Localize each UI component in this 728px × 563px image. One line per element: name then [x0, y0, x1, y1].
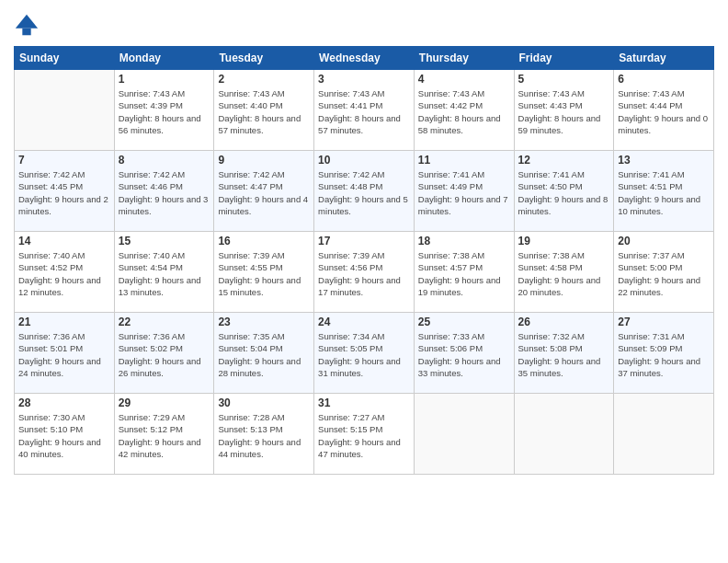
day-cell: 23Sunrise: 7:35 AMSunset: 5:04 PMDayligh…	[214, 313, 314, 394]
day-cell: 27Sunrise: 7:31 AMSunset: 5:09 PMDayligh…	[614, 313, 714, 394]
day-info: Sunrise: 7:43 AMSunset: 4:39 PMDaylight:…	[119, 87, 210, 136]
weekday-header-monday: Monday	[114, 47, 214, 70]
day-number: 25	[418, 316, 510, 328]
week-row-2: 7Sunrise: 7:42 AMSunset: 4:45 PMDaylight…	[15, 151, 714, 232]
day-info: Sunrise: 7:41 AMSunset: 4:51 PMDaylight:…	[618, 168, 710, 217]
day-number: 12	[518, 154, 610, 167]
day-number: 9	[218, 154, 310, 167]
day-cell: 4Sunrise: 7:43 AMSunset: 4:42 PMDaylight…	[414, 70, 514, 151]
day-info: Sunrise: 7:36 AMSunset: 5:01 PMDaylight:…	[18, 330, 110, 379]
day-cell: 26Sunrise: 7:32 AMSunset: 5:08 PMDayligh…	[514, 313, 614, 394]
logo	[14, 13, 43, 39]
day-number: 27	[618, 316, 710, 328]
day-number: 31	[318, 396, 410, 409]
calendar-container: SundayMondayTuesdayWednesdayThursdayFrid…	[0, 0, 728, 563]
calendar-table: SundayMondayTuesdayWednesdayThursdayFrid…	[14, 46, 714, 475]
day-number: 11	[418, 154, 510, 167]
day-number: 29	[119, 396, 210, 409]
weekday-header-friday: Friday	[514, 47, 614, 70]
day-info: Sunrise: 7:43 AMSunset: 4:44 PMDaylight:…	[618, 87, 710, 136]
day-number: 14	[18, 235, 110, 247]
day-cell: 5Sunrise: 7:43 AMSunset: 4:43 PMDaylight…	[514, 70, 614, 151]
day-number: 18	[418, 235, 510, 247]
day-cell: 15Sunrise: 7:40 AMSunset: 4:54 PMDayligh…	[114, 232, 214, 313]
day-cell: 20Sunrise: 7:37 AMSunset: 5:00 PMDayligh…	[614, 232, 714, 313]
day-cell: 2Sunrise: 7:43 AMSunset: 4:40 PMDaylight…	[214, 70, 314, 151]
day-info: Sunrise: 7:43 AMSunset: 4:41 PMDaylight:…	[318, 87, 410, 136]
day-cell: 12Sunrise: 7:41 AMSunset: 4:50 PMDayligh…	[514, 151, 614, 232]
day-cell: 21Sunrise: 7:36 AMSunset: 5:01 PMDayligh…	[15, 313, 115, 394]
day-cell: 11Sunrise: 7:41 AMSunset: 4:49 PMDayligh…	[414, 151, 514, 232]
svg-rect-1	[22, 29, 30, 35]
day-number: 3	[318, 73, 410, 86]
day-number: 20	[618, 235, 710, 247]
day-info: Sunrise: 7:42 AMSunset: 4:45 PMDaylight:…	[18, 168, 110, 217]
day-info: Sunrise: 7:42 AMSunset: 4:46 PMDaylight:…	[119, 168, 210, 217]
day-info: Sunrise: 7:42 AMSunset: 4:48 PMDaylight:…	[318, 168, 410, 217]
weekday-header-saturday: Saturday	[614, 47, 714, 70]
day-info: Sunrise: 7:43 AMSunset: 4:43 PMDaylight:…	[518, 87, 610, 136]
day-number: 13	[618, 154, 710, 167]
day-number: 24	[318, 316, 410, 328]
day-number: 10	[318, 154, 410, 167]
week-row-4: 21Sunrise: 7:36 AMSunset: 5:01 PMDayligh…	[15, 313, 714, 394]
weekday-header-wednesday: Wednesday	[314, 47, 415, 70]
day-number: 8	[119, 154, 210, 167]
day-info: Sunrise: 7:40 AMSunset: 4:52 PMDaylight:…	[18, 249, 110, 298]
day-cell: 7Sunrise: 7:42 AMSunset: 4:45 PMDaylight…	[15, 151, 115, 232]
day-cell: 3Sunrise: 7:43 AMSunset: 4:41 PMDaylight…	[314, 70, 415, 151]
day-info: Sunrise: 7:38 AMSunset: 4:58 PMDaylight:…	[518, 249, 610, 298]
day-info: Sunrise: 7:35 AMSunset: 5:04 PMDaylight:…	[218, 330, 310, 379]
day-cell	[414, 394, 514, 475]
svg-marker-0	[16, 15, 38, 29]
day-cell	[614, 394, 714, 475]
day-cell: 17Sunrise: 7:39 AMSunset: 4:56 PMDayligh…	[314, 232, 415, 313]
weekday-header-row: SundayMondayTuesdayWednesdayThursdayFrid…	[15, 47, 714, 70]
week-row-3: 14Sunrise: 7:40 AMSunset: 4:52 PMDayligh…	[15, 232, 714, 313]
day-info: Sunrise: 7:39 AMSunset: 4:56 PMDaylight:…	[318, 249, 410, 298]
weekday-header-tuesday: Tuesday	[214, 47, 314, 70]
day-number: 5	[518, 73, 610, 86]
day-info: Sunrise: 7:43 AMSunset: 4:40 PMDaylight:…	[218, 87, 310, 136]
day-cell: 28Sunrise: 7:30 AMSunset: 5:10 PMDayligh…	[15, 394, 115, 475]
day-info: Sunrise: 7:37 AMSunset: 5:00 PMDaylight:…	[618, 249, 710, 298]
day-info: Sunrise: 7:27 AMSunset: 5:15 PMDaylight:…	[318, 411, 410, 460]
day-info: Sunrise: 7:28 AMSunset: 5:13 PMDaylight:…	[218, 411, 310, 460]
day-number: 15	[119, 235, 210, 247]
day-number: 22	[119, 316, 210, 328]
weekday-header-thursday: Thursday	[414, 47, 514, 70]
day-number: 2	[218, 73, 310, 86]
day-info: Sunrise: 7:34 AMSunset: 5:05 PMDaylight:…	[318, 330, 410, 379]
day-info: Sunrise: 7:36 AMSunset: 5:02 PMDaylight:…	[119, 330, 210, 379]
day-cell: 19Sunrise: 7:38 AMSunset: 4:58 PMDayligh…	[514, 232, 614, 313]
day-cell: 13Sunrise: 7:41 AMSunset: 4:51 PMDayligh…	[614, 151, 714, 232]
day-info: Sunrise: 7:41 AMSunset: 4:49 PMDaylight:…	[418, 168, 510, 217]
week-row-1: 1Sunrise: 7:43 AMSunset: 4:39 PMDaylight…	[15, 70, 714, 151]
day-info: Sunrise: 7:29 AMSunset: 5:12 PMDaylight:…	[119, 411, 210, 460]
day-number: 1	[119, 73, 210, 86]
day-info: Sunrise: 7:30 AMSunset: 5:10 PMDaylight:…	[18, 411, 110, 460]
logo-icon	[14, 13, 40, 39]
day-info: Sunrise: 7:40 AMSunset: 4:54 PMDaylight:…	[119, 249, 210, 298]
day-cell: 25Sunrise: 7:33 AMSunset: 5:06 PMDayligh…	[414, 313, 514, 394]
week-row-5: 28Sunrise: 7:30 AMSunset: 5:10 PMDayligh…	[15, 394, 714, 475]
day-number: 28	[18, 396, 110, 409]
day-cell: 22Sunrise: 7:36 AMSunset: 5:02 PMDayligh…	[114, 313, 214, 394]
day-cell: 24Sunrise: 7:34 AMSunset: 5:05 PMDayligh…	[314, 313, 415, 394]
weekday-header-sunday: Sunday	[15, 47, 115, 70]
day-number: 6	[618, 73, 710, 86]
day-cell: 9Sunrise: 7:42 AMSunset: 4:47 PMDaylight…	[214, 151, 314, 232]
day-number: 7	[18, 154, 110, 167]
day-number: 23	[218, 316, 310, 328]
day-cell	[514, 394, 614, 475]
day-info: Sunrise: 7:39 AMSunset: 4:55 PMDaylight:…	[218, 249, 310, 298]
day-number: 21	[18, 316, 110, 328]
day-info: Sunrise: 7:42 AMSunset: 4:47 PMDaylight:…	[218, 168, 310, 217]
day-info: Sunrise: 7:31 AMSunset: 5:09 PMDaylight:…	[618, 330, 710, 379]
header	[14, 9, 714, 39]
day-cell: 14Sunrise: 7:40 AMSunset: 4:52 PMDayligh…	[15, 232, 115, 313]
day-cell: 31Sunrise: 7:27 AMSunset: 5:15 PMDayligh…	[314, 394, 415, 475]
day-number: 26	[518, 316, 610, 328]
day-cell: 29Sunrise: 7:29 AMSunset: 5:12 PMDayligh…	[114, 394, 214, 475]
day-number: 16	[218, 235, 310, 247]
